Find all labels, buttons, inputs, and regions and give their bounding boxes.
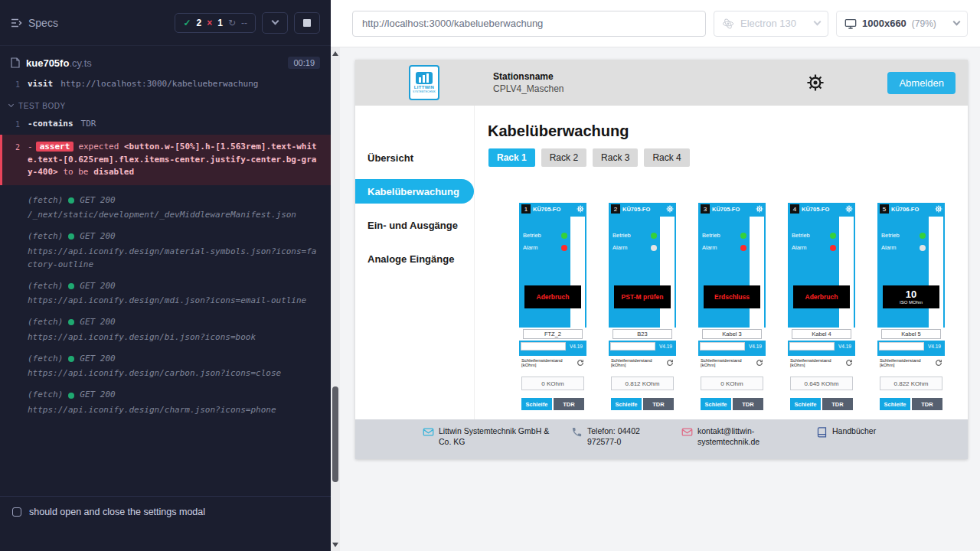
device-card: 4 KÜ705-FO Betrieb Alarm xyxy=(788,203,855,432)
tdr-button[interactable]: TDR xyxy=(912,398,942,410)
device-settings-icon[interactable] xyxy=(935,205,942,213)
cable-name: FTZ_2 xyxy=(523,329,583,339)
fetch-log-entry[interactable]: (fetch) GET 200 https://api.iconify.desi… xyxy=(0,389,331,416)
settings-gear-icon[interactable] xyxy=(806,73,825,92)
status-text: Aderbruch xyxy=(537,293,570,301)
rack-tab-label: Rack 4 xyxy=(652,152,681,163)
scroll-up-arrow[interactable] xyxy=(332,51,338,56)
resistance-label: Schleifenwiderstand [kOhm] xyxy=(521,358,577,367)
test-body-section[interactable]: TEST BODY xyxy=(0,93,331,116)
fetch-log-entry[interactable]: (fetch) GET 200 https://api.iconify.desi… xyxy=(0,316,331,344)
device-settings-icon[interactable] xyxy=(756,205,763,213)
device-model: KÜ705-FO xyxy=(622,206,664,213)
sidebar-item-label: Kabelüberwachung xyxy=(368,186,459,197)
fetch-log-entry[interactable]: (fetch) GET 200 https://api.iconify.desi… xyxy=(0,353,331,380)
tdr-button[interactable]: TDR xyxy=(733,398,763,410)
specs-button[interactable]: Specs xyxy=(11,17,58,29)
device-settings-icon[interactable] xyxy=(666,205,674,213)
electron-icon xyxy=(722,18,734,30)
betrieb-indicator xyxy=(651,233,657,239)
command-name: visit xyxy=(28,78,53,91)
rack-tab-label: Rack 1 xyxy=(497,152,527,163)
app-header: LITTWIN SYSTEMTECHNIK Stationsname CPLV4… xyxy=(355,60,968,106)
reporter-scrollbar[interactable] xyxy=(331,47,340,551)
browser-selector[interactable]: Electron 130 xyxy=(714,11,828,37)
schleife-button[interactable]: Schleife xyxy=(790,398,821,410)
log-row-visit[interactable]: 1 visit http://localhost:3000/kabelueber… xyxy=(0,77,331,93)
scrollbar-thumb[interactable] xyxy=(332,386,338,482)
test-stats[interactable]: ✓2 ×1 ↻-- xyxy=(175,13,256,33)
rack-tab[interactable]: Rack 3 xyxy=(593,148,638,167)
fetch-label: (fetch) xyxy=(28,230,63,243)
monitor-icon xyxy=(844,18,857,30)
page-title: Kabelüberwachung xyxy=(488,122,629,140)
device-card: 2 KÜ705-FO Betrieb Alarm xyxy=(609,203,676,432)
address-bar[interactable] xyxy=(352,11,706,37)
preview-toolbar: Electron 130 1000x660 (79%) xyxy=(331,0,980,47)
refresh-icon[interactable] xyxy=(756,359,763,367)
rack-tab[interactable]: Rack 2 xyxy=(541,148,586,167)
footer-contact-item[interactable]: Littwin Systemtechnik GmbH & Co. KG xyxy=(423,425,553,447)
logout-button[interactable]: Abmelden xyxy=(887,72,956,94)
rack-tab[interactable]: Rack 4 xyxy=(644,148,689,167)
refresh-icon[interactable] xyxy=(577,359,584,367)
device-number: 2 xyxy=(611,204,620,214)
sidebar-item[interactable]: Analoge Eingänge xyxy=(355,246,474,271)
next-test-row[interactable]: should open and close the settings modal xyxy=(0,496,331,551)
fetch-label: (fetch) xyxy=(28,316,63,329)
littwin-building-icon xyxy=(416,72,433,84)
collapse-dropdown[interactable] xyxy=(262,12,288,34)
tdr-button[interactable]: TDR xyxy=(643,398,674,410)
device-model: KÜ705-FO xyxy=(533,206,574,213)
stop-button[interactable] xyxy=(294,12,320,34)
schleife-button[interactable]: Schleife xyxy=(521,398,552,410)
viewport-selector[interactable]: 1000x660 (79%) xyxy=(836,11,968,37)
footer-contact-text: kontakt@littwin-systemtechnik.de xyxy=(697,425,798,447)
sidebar-item[interactable]: Ein- und Ausgänge xyxy=(355,213,474,237)
rack-tab-label: Rack 2 xyxy=(550,152,578,163)
firmware-version: V4.19 xyxy=(566,344,586,349)
refresh-icon[interactable] xyxy=(845,359,853,367)
alarm-label: Alarm xyxy=(792,244,807,251)
status-value: 10 xyxy=(906,289,916,300)
device-settings-icon[interactable] xyxy=(845,205,853,213)
schleife-button[interactable]: Schleife xyxy=(880,398,910,410)
refresh-icon[interactable] xyxy=(666,359,674,367)
device-side-panel xyxy=(750,217,764,330)
fetch-log-entry[interactable]: (fetch) GET 200 https://api.iconify.desi… xyxy=(0,230,331,271)
resistance-value: 0.812 KOhm xyxy=(611,377,674,390)
scroll-down-arrow[interactable] xyxy=(332,543,338,547)
sidebar-item[interactable]: Übersicht xyxy=(355,145,474,170)
fetch-log-entry[interactable]: (fetch) GET 200 https://api.iconify.desi… xyxy=(0,280,331,308)
failed-assert-row[interactable]: 2 -assertexpected <button.w-[50%].h-[1.5… xyxy=(0,135,331,185)
fetch-url: https://api.iconify.design/bi.json?icons… xyxy=(0,329,331,344)
cable-name: Kabel 3 xyxy=(702,329,762,339)
log-row-contains[interactable]: 1 -contains TDR xyxy=(0,116,331,132)
station-label: Stationsname xyxy=(493,71,564,82)
fetch-log-entry[interactable]: (fetch) GET 200 /_next/static/developmen… xyxy=(0,194,331,222)
alarm-indicator xyxy=(740,245,746,251)
footer-contact-text: Handbücher xyxy=(832,425,876,438)
alarm-indicator xyxy=(561,245,567,251)
device-settings-icon[interactable] xyxy=(577,205,584,213)
tdr-button[interactable]: TDR xyxy=(822,398,853,410)
status-ok-dot xyxy=(68,319,74,325)
assert-badge: assert xyxy=(36,142,74,152)
alarm-indicator xyxy=(651,245,657,251)
assert-state: disabled xyxy=(93,167,134,177)
refresh-icon[interactable] xyxy=(935,359,942,367)
schleife-button[interactable]: Schleife xyxy=(611,398,642,410)
tdr-button[interactable]: TDR xyxy=(554,398,584,410)
fetch-method-status: GET 200 xyxy=(80,280,115,293)
sidebar-item[interactable]: Kabelüberwachung xyxy=(355,179,474,204)
sidebar-item-label: Analoge Eingänge xyxy=(368,253,454,265)
failed-count: 1 xyxy=(217,18,223,28)
rack-tab[interactable]: Rack 1 xyxy=(488,148,535,167)
footer-contact-item[interactable]: Handbücher xyxy=(816,425,876,438)
schleife-button[interactable]: Schleife xyxy=(701,398,731,410)
footer-contact-item[interactable]: kontakt@littwin-systemtechnik.de xyxy=(681,425,798,447)
pending-count: -- xyxy=(241,18,247,28)
footer-contact-item[interactable]: Telefon: 04402 972577-0 xyxy=(571,425,663,447)
firmware-version: V4.19 xyxy=(835,344,855,349)
cable-name: Kabel 4 xyxy=(792,329,851,339)
